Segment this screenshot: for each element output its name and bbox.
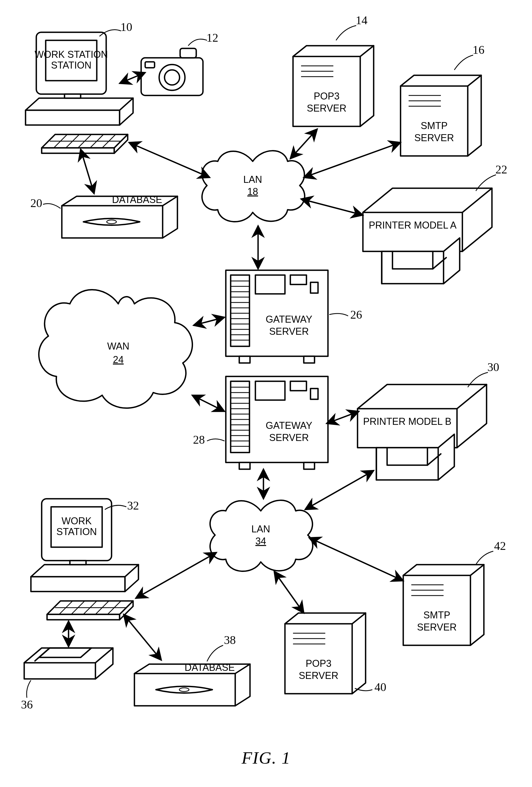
ref-10: 10 (121, 20, 132, 34)
smtp-bot-label-2: SERVER (417, 622, 456, 633)
ref-28: 28 (193, 433, 205, 446)
ref-14: 14 (356, 14, 367, 27)
smtp-bot-label-1: SMTP (423, 610, 450, 621)
ref-30: 30 (487, 361, 499, 374)
workstation-2-label-2: STATION (57, 526, 97, 537)
database-1-label: DATABASE (112, 194, 162, 205)
gateway-server-1: GATEWAY SERVER (226, 270, 328, 363)
svg-line-66 (327, 411, 359, 424)
svg-line-58 (129, 143, 210, 177)
lan-cloud-top: LAN 18 (202, 151, 304, 222)
workstation-2-label-1: WORK (62, 515, 92, 527)
svg-line-63 (194, 317, 225, 325)
wan-ref: 24 (113, 354, 124, 365)
wan-cloud: WAN 24 (39, 290, 192, 408)
gateway-2-label-2: SERVER (269, 432, 308, 443)
printer-a: PRINTER MODEL A (363, 188, 492, 284)
smtp-top-label-2: SERVER (414, 132, 454, 143)
ref-40: 40 (375, 681, 386, 694)
database-2: DATABASE (134, 662, 250, 706)
gateway-1-label-1: GATEWAY (265, 314, 312, 325)
workstation-1: WORK STATION STATION (25, 32, 133, 153)
ref-20: 20 (30, 196, 42, 210)
workstation-2: WORK STATION (31, 499, 139, 620)
pop3-server-bottom: POP3 SERVER (285, 613, 366, 694)
svg-line-67 (305, 470, 374, 510)
svg-line-60 (304, 143, 401, 177)
ref-36: 36 (21, 698, 33, 711)
gateway-server-2: GATEWAY SERVER (226, 377, 328, 469)
svg-line-68 (309, 538, 403, 581)
pop3-server-top: POP3 SERVER (293, 46, 374, 126)
camera-icon (141, 48, 203, 95)
smtp-server-top: SMTP SERVER (401, 75, 481, 156)
pop3-top-label-2: SERVER (307, 103, 346, 114)
ref-22: 22 (495, 163, 507, 176)
svg-line-71 (124, 614, 161, 660)
smtp-server-bottom: SMTP SERVER (403, 565, 484, 645)
scanner-icon (24, 648, 113, 679)
ref-32: 32 (127, 499, 139, 512)
svg-text:WORK
STATION: WORK STATION (35, 49, 108, 60)
ref-16: 16 (473, 43, 484, 57)
lan-cloud-bottom: LAN 34 (210, 501, 313, 571)
svg-line-69 (274, 571, 304, 613)
gateway-2-label-1: GATEWAY (265, 420, 312, 431)
ref-12: 12 (207, 31, 218, 44)
ref-38: 38 (224, 634, 236, 647)
gateway-1-label-2: SERVER (269, 326, 308, 337)
pop3-bot-label-1: POP3 (306, 658, 332, 669)
ref-42: 42 (494, 539, 506, 553)
svg-line-64 (192, 395, 225, 411)
svg-line-57 (81, 149, 94, 194)
lan-bot-ref: 34 (255, 536, 266, 547)
workstation-1-label-1: WORK STATION (35, 49, 108, 60)
smtp-top-label-1: SMTP (421, 120, 448, 131)
printer-a-label: PRINTER MODEL A (369, 220, 457, 231)
lan-bot-label: LAN (251, 524, 270, 534)
database-2-label: DATABASE (185, 662, 235, 673)
lan-top-ref: 18 (247, 186, 258, 197)
figure-caption: FIG. 1 (241, 748, 291, 767)
database-1: DATABASE (62, 194, 177, 238)
workstation-1-label-2: STATION (51, 60, 92, 71)
pop3-bot-label-2: SERVER (299, 670, 338, 681)
ref-26: 26 (350, 308, 362, 321)
svg-line-70 (136, 553, 216, 598)
printer-b: PRINTER MODEL B (358, 384, 487, 480)
svg-line-61 (301, 199, 363, 215)
lan-top-label: LAN (243, 174, 262, 185)
wan-label: WAN (107, 341, 130, 352)
svg-line-59 (290, 129, 317, 158)
pop3-top-label-1: POP3 (314, 91, 340, 102)
printer-b-label: PRINTER MODEL B (363, 416, 452, 427)
